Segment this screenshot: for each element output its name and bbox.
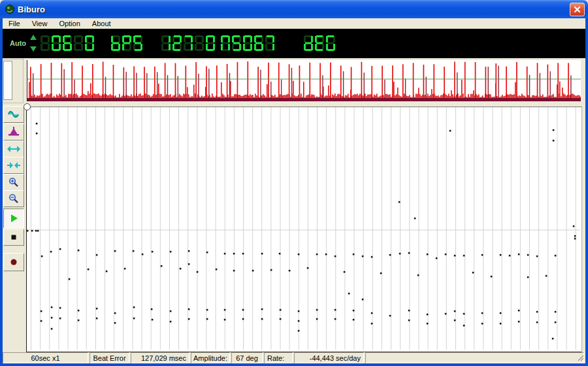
play-button[interactable] bbox=[3, 208, 24, 228]
record-button[interactable] bbox=[3, 253, 24, 271]
beat-dot bbox=[289, 270, 291, 272]
beat-dot bbox=[142, 254, 144, 256]
beat-dot bbox=[51, 328, 53, 330]
beat-dot bbox=[31, 230, 33, 232]
beat-dot bbox=[188, 308, 190, 310]
beat-dot bbox=[270, 269, 272, 271]
window-bottom-border bbox=[0, 363, 588, 366]
status-beat-error-value: 127,029 msec bbox=[131, 352, 189, 363]
close-button[interactable] bbox=[570, 3, 585, 16]
beat-dot bbox=[417, 274, 419, 276]
beat-dot bbox=[399, 201, 400, 203]
beat-dot bbox=[445, 254, 447, 256]
beat-dot bbox=[574, 235, 576, 237]
beat-dot bbox=[316, 309, 318, 311]
plot-origin-marker[interactable] bbox=[24, 103, 31, 110]
beat-dot bbox=[59, 307, 61, 309]
beat-dot bbox=[316, 254, 318, 256]
beat-dot bbox=[51, 317, 53, 319]
beat-dot bbox=[527, 276, 529, 278]
beat-dot bbox=[233, 253, 235, 255]
menu-bar: FileViewOptionAbout bbox=[3, 18, 585, 29]
menu-item-file[interactable]: File bbox=[3, 19, 26, 28]
hexpand-icon bbox=[7, 144, 20, 154]
status-filler bbox=[365, 352, 584, 363]
zoom-in-button[interactable] bbox=[3, 174, 24, 191]
beat-dot bbox=[180, 268, 182, 270]
beat-dot bbox=[161, 265, 163, 267]
beat-dot bbox=[279, 253, 281, 255]
gain-slider[interactable] bbox=[3, 61, 12, 100]
beat-dot bbox=[408, 252, 410, 254]
stop-icon bbox=[8, 232, 19, 242]
beat-dot bbox=[463, 313, 465, 315]
wave-icon bbox=[7, 109, 20, 120]
beat-dot bbox=[436, 258, 438, 259]
status-amplitude-value: 67 deg bbox=[231, 352, 263, 363]
beat-dot bbox=[482, 312, 483, 314]
resize-grip-icon[interactable] bbox=[576, 354, 585, 362]
menu-item-about[interactable]: About bbox=[86, 19, 117, 28]
zoom-out-button[interactable] bbox=[3, 190, 24, 207]
beat-dot bbox=[371, 323, 373, 325]
beat-dot bbox=[500, 323, 502, 325]
beat-dot bbox=[555, 255, 557, 257]
status-bar: 60sec x1Beat Error127,029 msecAmplitude:… bbox=[3, 352, 585, 363]
beat-dot bbox=[399, 253, 401, 255]
beat-dot bbox=[389, 315, 391, 317]
waveform-view-button[interactable] bbox=[3, 106, 24, 123]
beat-dot bbox=[353, 319, 355, 321]
beat-dot bbox=[78, 310, 80, 312]
stop-button[interactable] bbox=[3, 229, 24, 246]
window-right-border bbox=[585, 18, 588, 363]
compress-horizontal-button[interactable] bbox=[3, 157, 24, 174]
beat-dot bbox=[454, 320, 456, 322]
beat-dot bbox=[325, 254, 327, 256]
beat-dot bbox=[188, 263, 190, 265]
peak-view-button[interactable] bbox=[3, 124, 24, 141]
hcompress-icon bbox=[7, 160, 20, 171]
beat-dot bbox=[41, 256, 43, 258]
beat-dot bbox=[491, 276, 493, 278]
beat-dot bbox=[555, 311, 557, 313]
beat-dot bbox=[536, 311, 538, 313]
beat-dot bbox=[224, 309, 226, 311]
beat-dot bbox=[261, 318, 263, 320]
beat-dot bbox=[509, 255, 511, 257]
beat-dot bbox=[78, 250, 80, 252]
play-icon bbox=[8, 213, 19, 224]
beat-dot bbox=[59, 318, 61, 320]
beat-dot bbox=[500, 312, 502, 314]
beat-dot bbox=[500, 254, 502, 256]
menu-item-view[interactable]: View bbox=[26, 19, 54, 28]
beat-plot bbox=[26, 107, 582, 353]
beat-dot bbox=[114, 250, 116, 252]
expand-horizontal-button[interactable] bbox=[3, 141, 24, 158]
led-display bbox=[3, 29, 585, 58]
beat-dot bbox=[206, 309, 208, 311]
beat-dot bbox=[188, 318, 190, 320]
beat-dot bbox=[553, 129, 555, 131]
beat-dot bbox=[206, 252, 208, 254]
beat-dot bbox=[454, 255, 456, 257]
beat-dot bbox=[280, 309, 282, 311]
window-title: Biburo bbox=[18, 5, 45, 14]
beat-dot bbox=[408, 320, 410, 322]
beat-dot bbox=[427, 323, 429, 325]
beat-dot bbox=[298, 320, 300, 322]
beat-dot bbox=[344, 271, 346, 273]
waveform-display bbox=[27, 60, 581, 101]
beat-dot bbox=[233, 270, 235, 272]
beat-dot bbox=[252, 270, 254, 272]
beat-dot bbox=[408, 310, 410, 312]
beat-dot bbox=[50, 251, 52, 253]
beat-dot bbox=[96, 254, 98, 256]
beat-dot bbox=[445, 313, 447, 315]
beat-dot bbox=[41, 310, 42, 312]
beat-dot bbox=[362, 299, 364, 301]
menu-item-option[interactable]: Option bbox=[53, 19, 86, 28]
beat-dot bbox=[133, 250, 135, 252]
beat-dot bbox=[133, 318, 135, 320]
beat-dot bbox=[427, 314, 429, 316]
beat-dot bbox=[298, 254, 300, 256]
